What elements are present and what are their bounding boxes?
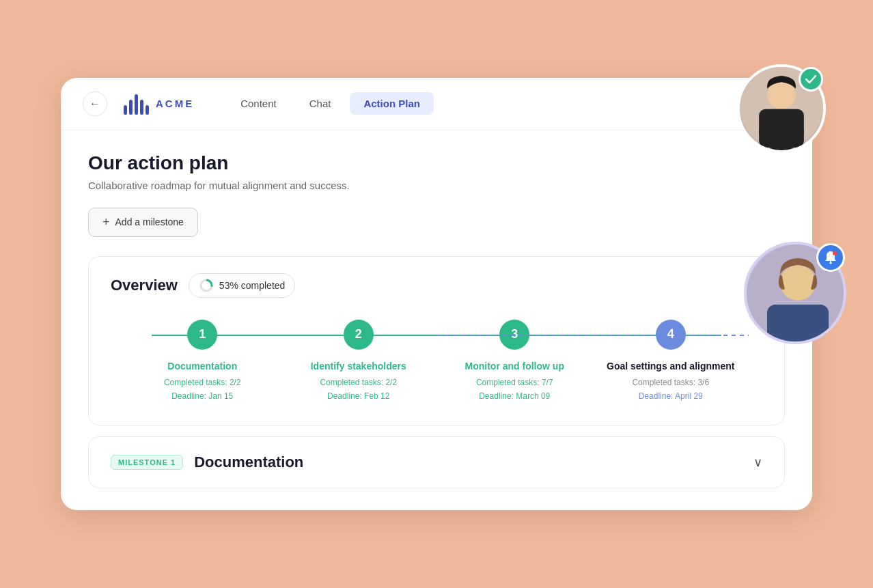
milestone-item-3: 3 Monitor and follow up Completed tasks:… [436,320,593,404]
svg-rect-5 [759,109,804,147]
tab-content[interactable]: Content [227,92,290,115]
avatar-mid-right-wrapper [744,242,846,344]
avatar-mid-right-container [744,242,846,344]
milestone-circle-1: 1 [187,320,217,350]
overview-card: Overview 53% completed ∧ [88,256,785,426]
tab-action-plan[interactable]: Action Plan [350,92,434,115]
svg-point-7 [780,265,816,300]
logo-bar-2 [129,100,133,115]
outer-container: ← ACME Content Chat Action Plan Our acti… [61,78,812,511]
add-milestone-button[interactable]: + Add a milestone [88,208,198,237]
logo-bar-5 [146,105,149,115]
svg-rect-8 [767,305,829,344]
logo-icon [124,93,149,115]
page-title: Our action plan [88,152,785,174]
chevron-down-icon[interactable]: ∨ [753,455,762,470]
milestone-circle-2: 2 [344,320,374,350]
main-card: ← ACME Content Chat Action Plan Our acti… [61,78,812,511]
svg-point-10 [833,251,837,255]
logo-area: ACME [124,93,194,115]
milestone-details-1: Completed tasks: 2/2 Deadline: Jan 15 [164,376,241,404]
milestone-item-1: 1 Documentation Completed tasks: 2/2 Dea… [124,320,281,404]
milestone-label-2: Identify stakeholders [311,361,406,372]
plus-icon: + [102,215,110,229]
header: ← ACME Content Chat Action Plan [61,78,812,130]
milestone-circle-4: 4 [656,320,686,350]
avatar-top-right-container [737,64,826,153]
progress-label: 53% completed [219,280,286,291]
tab-chat[interactable]: Chat [296,92,345,115]
overview-title: Overview [111,277,178,294]
milestone-section-header: MILESTONE 1 Documentation ∨ [111,453,762,471]
milestone-label-4: Goal settings and alignment [607,361,734,372]
milestone-section-title: Documentation [194,453,303,471]
milestone-section: MILESTONE 1 Documentation ∨ [88,436,785,488]
logo-text: ACME [156,98,194,109]
avatar-top-right-wrapper [737,64,826,153]
check-badge [799,67,823,92]
bell-icon [823,250,838,265]
milestone-details-4: Completed tasks: 3/6 Deadline: April 29 [632,376,709,404]
milestone-details-2: Completed tasks: 2/2 Deadline: Feb 12 [320,376,397,404]
back-button[interactable]: ← [83,92,107,116]
milestone-label-3: Monitor and follow up [465,361,564,372]
logo-bar-3 [135,94,138,115]
nav-tabs: Content Chat Action Plan [227,92,434,115]
milestone-details-3: Completed tasks: 7/7 Deadline: March 09 [476,376,553,404]
checkmark-icon [805,74,817,84]
content-area: Our action plan Collaborative roadmap fo… [61,130,812,511]
bell-badge [816,243,845,272]
milestone-item-4: 4 Goal settings and alignment Completed … [593,320,749,404]
milestone-label-1: Documentation [167,361,237,372]
logo-bar-4 [140,100,143,115]
timeline: 1 Documentation Completed tasks: 2/2 Dea… [111,320,762,404]
overview-header: Overview 53% completed ∧ [111,273,762,298]
logo-bar-1 [124,105,127,115]
milestone-badge: MILESTONE 1 [111,455,183,470]
page-subtitle: Collaborative roadmap for mutual alignme… [88,180,785,191]
progress-donut-icon [199,278,214,293]
milestone-item-2: 2 Identify stakeholders Completed tasks:… [281,320,437,404]
add-milestone-label: Add a milestone [115,216,184,227]
progress-badge: 53% completed [189,273,296,298]
